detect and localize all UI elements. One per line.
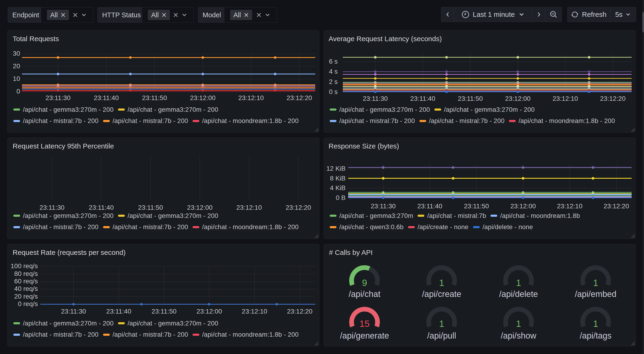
svg-text:23:11:40: 23:11:40: [410, 95, 435, 102]
svg-text:23:11:40: 23:11:40: [417, 202, 442, 210]
svg-text:4 KiB: 4 KiB: [330, 184, 346, 191]
svg-text:23:11:40: 23:11:40: [89, 204, 114, 211]
svg-text:9: 9: [362, 278, 367, 288]
svg-text:23:12:20: 23:12:20: [600, 95, 626, 102]
svg-text:Average Request Latency (secon: Average Request Latency (seconds): [328, 35, 442, 43]
svg-text:6 s: 6 s: [329, 58, 338, 65]
svg-text:30: 30: [13, 50, 20, 57]
svg-text:2 s: 2 s: [329, 78, 338, 85]
svg-text:23:11:50: 23:11:50: [138, 204, 163, 211]
svg-text:23:12:20: 23:12:20: [287, 308, 312, 315]
svg-text:23:12:20: 23:12:20: [286, 94, 312, 102]
svg-text:23:12:00: 23:12:00: [190, 94, 216, 102]
svg-text:0 s: 0 s: [329, 88, 338, 95]
svg-text:23:12:20: 23:12:20: [604, 202, 629, 210]
svg-text:1: 1: [516, 278, 521, 288]
svg-text:23:11:50: 23:11:50: [152, 308, 176, 315]
svg-text:40 req/s: 40 req/s: [14, 285, 38, 292]
svg-text:20 req/s: 20 req/s: [14, 293, 38, 300]
svg-text:0 req/s: 0 req/s: [18, 300, 38, 307]
svg-text:1: 1: [439, 278, 444, 288]
svg-text:23:12:10: 23:12:10: [236, 204, 262, 211]
svg-text:Response Size (bytes): Response Size (bytes): [328, 142, 399, 150]
svg-text:/api/generate: /api/generate: [340, 331, 389, 340]
svg-text:23:11:50: 23:11:50: [464, 202, 489, 210]
svg-text:23:12:00: 23:12:00: [187, 204, 213, 211]
svg-text:23:12:00: 23:12:00: [510, 202, 536, 210]
svg-text:23:12:10: 23:12:10: [242, 308, 267, 315]
svg-text:1: 1: [593, 278, 598, 288]
svg-text:23:11:50: 23:11:50: [142, 94, 167, 102]
svg-text:/api/pull: /api/pull: [427, 331, 456, 340]
svg-text:23:11:30: 23:11:30: [371, 202, 396, 210]
svg-text:23:11:40: 23:11:40: [106, 308, 131, 315]
svg-text:/api/embed: /api/embed: [575, 289, 616, 299]
svg-text:23:12:00: 23:12:00: [196, 308, 222, 315]
svg-text:4 s: 4 s: [329, 68, 338, 75]
svg-text:Request Latency 95th Percentil: Request Latency 95th Percentile: [12, 142, 114, 150]
svg-text:23:11:50: 23:11:50: [458, 95, 483, 102]
svg-text:/api/chat: /api/chat: [349, 289, 380, 299]
svg-text:# Calls by API: # Calls by API: [329, 248, 373, 256]
svg-text:23:11:30: 23:11:30: [46, 94, 70, 102]
svg-text:/api/delete: /api/delete: [499, 289, 538, 299]
svg-text:1: 1: [516, 319, 521, 329]
svg-text:10: 10: [13, 75, 20, 82]
svg-text:23:12:10: 23:12:10: [238, 94, 264, 102]
svg-text:23:12:10: 23:12:10: [557, 202, 582, 210]
svg-text:1: 1: [593, 319, 598, 329]
svg-text:23:11:30: 23:11:30: [363, 95, 388, 102]
svg-text:23:11:40: 23:11:40: [94, 94, 119, 102]
svg-text:0: 0: [16, 88, 20, 95]
svg-text:100 req/s: 100 req/s: [10, 262, 38, 270]
svg-text:23:12:10: 23:12:10: [553, 95, 578, 102]
svg-text:23:11:30: 23:11:30: [40, 204, 64, 211]
svg-text:23:11:30: 23:11:30: [61, 308, 86, 315]
svg-text:15: 15: [360, 319, 370, 329]
svg-text:23:12:20: 23:12:20: [286, 204, 311, 211]
svg-text:20: 20: [13, 63, 20, 70]
svg-text:/api/create: /api/create: [422, 289, 461, 299]
svg-text:60 req/s: 60 req/s: [14, 277, 38, 285]
svg-text:/api/show: /api/show: [501, 331, 536, 340]
svg-text:8 KiB: 8 KiB: [330, 175, 346, 182]
svg-text:80 req/s: 80 req/s: [14, 270, 38, 277]
svg-text:0 B: 0 B: [336, 194, 346, 201]
svg-text:Request Rate (requests per sec: Request Rate (requests per second): [12, 248, 126, 256]
svg-text:Total Requests: Total Requests: [12, 35, 59, 43]
svg-text:23:12:00: 23:12:00: [505, 95, 530, 102]
svg-text:/api/tags: /api/tags: [580, 331, 612, 340]
svg-text:1: 1: [439, 319, 444, 329]
svg-text:12 KiB: 12 KiB: [326, 165, 346, 172]
